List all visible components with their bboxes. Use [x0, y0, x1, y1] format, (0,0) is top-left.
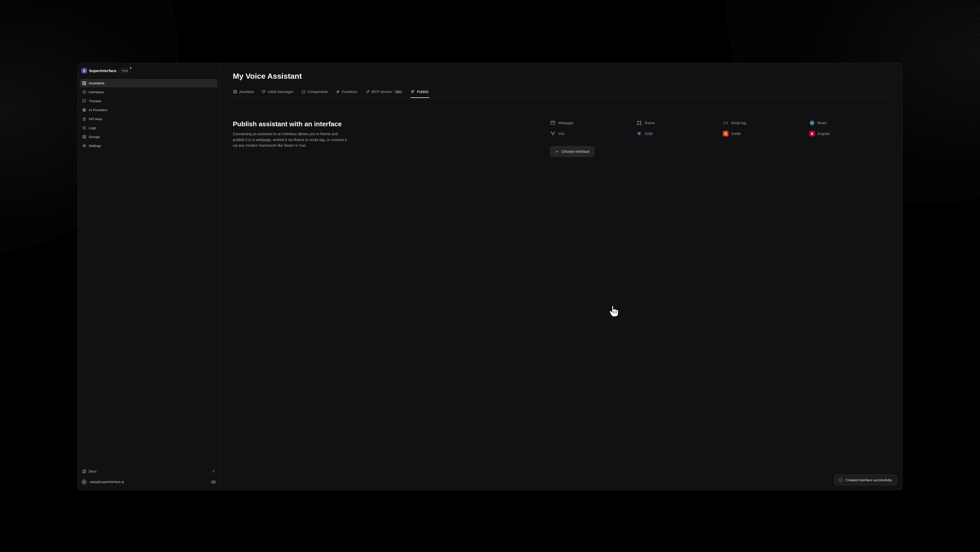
- svg-rect-3: [84, 84, 86, 85]
- option-label: Webpage: [558, 121, 574, 125]
- svg-point-16: [84, 145, 85, 146]
- vue-icon: [550, 131, 556, 137]
- tab-bar: Assistant Initial messages Components Fu…: [233, 87, 889, 98]
- tag-icon: [366, 90, 369, 94]
- tab-label: Initial messages: [268, 90, 293, 94]
- book-icon: [82, 469, 86, 473]
- toast-success: ✓ Created interface successfully.: [835, 474, 897, 485]
- sidebar-item-ai-providers[interactable]: AI Providers: [80, 106, 217, 114]
- tab-mcp-servers[interactable]: MCP servers New: [365, 87, 403, 98]
- grid-icon: [233, 90, 237, 94]
- svg-marker-4: [83, 91, 86, 92]
- option-webpage[interactable]: Webpage: [550, 120, 630, 126]
- svg-rect-17: [234, 90, 235, 91]
- list-icon: [82, 126, 86, 130]
- intro-heading: Publish assistant with an interface: [233, 120, 535, 128]
- account-row: V vaida@superinterface.ai: [80, 478, 217, 486]
- table-icon: [82, 135, 86, 139]
- new-badge: New: [394, 90, 403, 94]
- svg-rect-0: [83, 81, 84, 83]
- publish-content: Publish assistant with an interface Conn…: [233, 120, 889, 157]
- sidebar-item-groups[interactable]: Groups: [80, 133, 217, 141]
- grid-icon: [82, 81, 86, 85]
- account-menu-button[interactable]: [211, 480, 216, 484]
- sidebar-nav: Assistants Interfaces Threads AI Provide…: [78, 79, 219, 150]
- check-circle-icon: ✓: [839, 478, 843, 482]
- sidebar: S Superinterface Cloud Assistants Interf…: [78, 63, 220, 490]
- option-label: Angular: [818, 132, 830, 136]
- svg-rect-21: [302, 91, 305, 93]
- chat-icon: [262, 90, 266, 94]
- sidebar-item-label: API keys: [89, 117, 102, 121]
- tab-components[interactable]: Components: [301, 87, 328, 98]
- tab-publish[interactable]: Publish: [410, 87, 429, 98]
- tab-functions[interactable]: Functions: [336, 87, 358, 98]
- option-label: Script tag: [731, 121, 746, 125]
- choose-interface-button[interactable]: ＋ Choose interface: [550, 146, 595, 157]
- intro-body: Connecting an assistant to an interface …: [233, 131, 350, 148]
- svg-rect-6: [83, 119, 85, 120]
- sidebar-bottom: Docs V vaida@superinterface.ai: [78, 467, 219, 490]
- sidebar-item-label: Settings: [89, 144, 101, 148]
- angular-icon: A: [809, 131, 815, 137]
- code-icon: [723, 120, 729, 126]
- webpage-icon: [550, 120, 556, 126]
- option-label: Solid: [644, 132, 652, 136]
- svg-rect-1: [84, 81, 86, 83]
- main-panel: My Voice Assistant Assistant Initial mes…: [220, 63, 902, 490]
- option-iframe[interactable]: Iframe: [636, 120, 716, 126]
- layers-icon: [82, 90, 86, 94]
- sidebar-item-label: Assistants: [89, 81, 105, 85]
- lock-icon: [82, 117, 86, 121]
- hash-icon: [336, 90, 340, 94]
- choose-interface-label: Choose interface: [562, 150, 590, 154]
- docs-label: Docs: [89, 469, 97, 473]
- plus-icon: ＋: [555, 150, 559, 154]
- account-email: vaida@superinterface.ai: [89, 480, 124, 484]
- option-solid[interactable]: Solid: [636, 131, 716, 137]
- option-label: React: [818, 121, 827, 125]
- sidebar-item-label: AI Providers: [89, 108, 108, 112]
- brand-logo: S: [81, 68, 87, 73]
- svg-marker-37: [550, 132, 555, 136]
- option-grid: Webpage Iframe Script tag React: [550, 120, 889, 137]
- option-label: Iframe: [644, 121, 655, 125]
- option-angular[interactable]: A Angular: [809, 131, 889, 137]
- gear-icon: [82, 144, 86, 148]
- svg-point-11: [83, 128, 83, 128]
- tab-label: Assistant: [239, 90, 254, 94]
- tab-initial-messages[interactable]: Initial messages: [261, 87, 294, 98]
- brand: S Superinterface Cloud: [78, 68, 219, 79]
- tab-label: Publish: [417, 90, 429, 94]
- svelte-icon: S: [723, 131, 729, 137]
- app-window: S Superinterface Cloud Assistants Interf…: [78, 63, 902, 490]
- option-vue[interactable]: Vue: [550, 131, 630, 137]
- sidebar-item-threads[interactable]: Threads: [80, 97, 217, 105]
- svg-line-24: [337, 91, 338, 93]
- page-title: My Voice Assistant: [233, 72, 889, 81]
- svg-rect-2: [83, 84, 84, 85]
- option-react[interactable]: React: [809, 120, 889, 126]
- sidebar-item-api-keys[interactable]: API keys: [80, 115, 217, 123]
- svg-point-26: [368, 91, 368, 91]
- svg-rect-20: [235, 92, 237, 94]
- sidebar-item-assistants[interactable]: Assistants: [80, 79, 217, 87]
- option-svelte[interactable]: S Svelte: [723, 131, 803, 137]
- sidebar-item-logs[interactable]: Logs: [80, 124, 217, 132]
- frame-icon: [636, 120, 642, 126]
- svg-point-12: [83, 129, 83, 129]
- chat-icon: [82, 99, 86, 103]
- brand-name: Superinterface: [89, 68, 116, 73]
- option-script-tag[interactable]: Script tag: [723, 120, 803, 126]
- sidebar-item-label: Groups: [89, 135, 100, 139]
- svg-rect-19: [234, 92, 235, 94]
- docs-link[interactable]: Docs: [80, 467, 217, 476]
- svg-rect-27: [551, 121, 555, 124]
- tab-assistant[interactable]: Assistant: [233, 87, 255, 98]
- square-icon: [302, 90, 305, 94]
- svg-point-10: [83, 127, 83, 127]
- external-link-icon: [212, 470, 215, 473]
- sidebar-item-interfaces[interactable]: Interfaces: [80, 88, 217, 96]
- sidebar-item-settings[interactable]: Settings: [80, 142, 217, 150]
- react-icon: [809, 120, 815, 126]
